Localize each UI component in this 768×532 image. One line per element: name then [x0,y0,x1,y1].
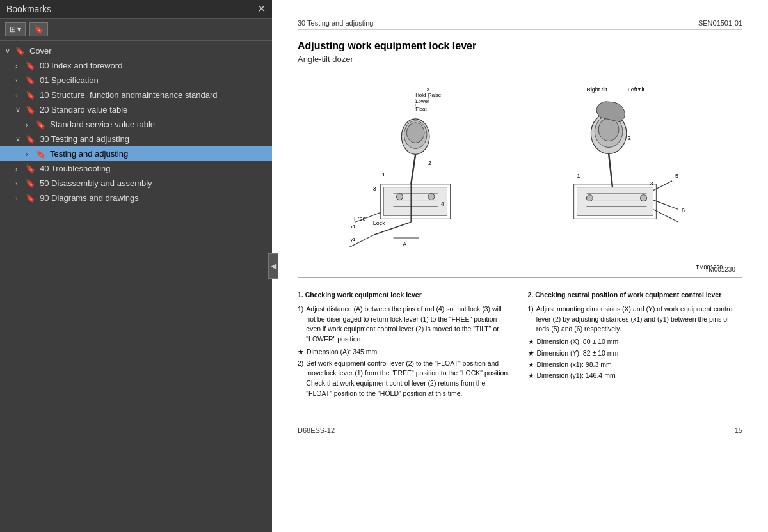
toggle-structure: › [15,91,26,99]
col2-title: 2. Checking neutral position of work equ… [528,290,743,301]
svg-text:3: 3 [373,185,376,192]
diagram-label: TM001230 [705,266,735,273]
label-standard: 20 Standard value table [40,105,127,114]
page-header: 30 Testing and adjusting SEN01501-01 [298,19,742,30]
col1-item1: 1) Adjust distance (A) between the pins … [298,304,513,345]
col2-star1: Dimension (X): 80 ± 10 mm [528,337,743,347]
toggle-standard: ∨ [15,106,26,114]
toggle-testing: ∨ [15,135,26,143]
svg-text:Lower: Lower [415,98,429,104]
tree-item-structure[interactable]: › 🔖 10 Structure, function andmaintenanc… [0,88,272,102]
label-std-service: Standard service value table [50,120,155,129]
tree-item-standard[interactable]: ∨ 🔖 20 Standard value table [0,102,272,117]
tree-item-disassembly[interactable]: › 🔖 50 Disassembly and assembly [0,176,272,191]
svg-text:2: 2 [428,160,431,166]
svg-text:4: 4 [441,201,444,208]
bookmark-icon-testing-sub: 🔖 [36,150,46,159]
col2-star1-text: Dimension (X): 80 ± 10 mm [537,337,619,347]
svg-text:1: 1 [577,173,580,179]
bookmark-icon-disassembly: 🔖 [26,179,36,188]
svg-rect-41 [577,187,653,216]
svg-point-46 [641,195,647,201]
svg-point-36 [598,118,619,141]
toggle-troubleshooting: › [15,165,26,173]
svg-text:1: 1 [382,171,385,178]
collapse-icon: ◀ [271,262,276,270]
tree-item-diagrams[interactable]: › 🔖 90 Diagrams and drawings [0,191,272,205]
svg-text:A: A [403,241,406,247]
view-button[interactable]: ⊞ ▾ [5,22,26,36]
svg-line-9 [411,154,415,184]
label-index: 00 Index and foreword [40,61,122,70]
main-content: 30 Testing and adjusting SEN01501-01 Adj… [272,0,768,532]
page-header-right: SEN01501-01 [698,19,742,27]
bookmark-icon: 🔖 [34,25,44,34]
tree-item-spec[interactable]: › 🔖 01 Specification [0,73,272,88]
label-diagrams: 90 Diagrams and drawings [40,193,139,203]
tree-item-troubleshooting[interactable]: › 🔖 40 Troubleshooting [0,161,272,176]
col2-star3: Dimension (x1): 98.3 mm [528,360,743,370]
svg-text:Hold: Hold [415,92,426,98]
label-disassembly: 50 Disassembly and assembly [40,178,152,188]
col2-star2: Dimension (Y): 82 ± 10 mm [528,348,743,359]
diagram-container: X Hold Lower Raise Float 2 [298,72,742,278]
svg-text:3: 3 [650,180,653,187]
close-button[interactable]: ✕ [257,4,266,14]
tree-item-cover[interactable]: ∨ 🔖 Cover [0,43,272,58]
col1-star1-text: Dimension (A): 345 mm [307,347,377,357]
sidebar: Bookmarks ✕ ⊞ ▾ 🔖 ∨ 🔖 Cover › 🔖 00 Index… [0,0,272,532]
bookmark-icon-structure: 🔖 [26,91,36,100]
svg-line-49 [653,209,678,222]
svg-text:y1: y1 [350,237,356,242]
svg-text:Free: Free [354,215,365,222]
svg-point-45 [586,195,593,201]
svg-text:Float: Float [415,106,427,112]
svg-point-17 [428,194,435,200]
toggle-cover: ∨ [5,47,15,55]
svg-line-48 [653,200,678,210]
label-testing-sub: Testing and adjusting [50,149,128,159]
bookmarks-tree: ∨ 🔖 Cover › 🔖 00 Index and foreword › 🔖 … [0,41,272,532]
col2-item1-text: Adjust mounting dimensions (X) and (Y) o… [536,304,742,334]
technical-diagram: X Hold Lower Raise Float 2 [298,72,742,277]
svg-rect-12 [384,187,447,216]
view-dropdown-icon: ▾ [17,25,21,34]
svg-text:Right tilt: Right tilt [586,86,607,93]
svg-text:Left tilt: Left tilt [628,86,645,93]
bookmark-button[interactable]: 🔖 [29,22,48,36]
page-footer: D68ESS-12 15 [298,421,742,434]
col2-star4: Dimension (y1): 146.4 mm [528,371,743,381]
col2-star3-text: Dimension (x1): 98.3 mm [537,360,612,370]
sidebar-header: Bookmarks ✕ [0,0,272,19]
svg-line-39 [609,153,612,187]
svg-point-16 [396,194,403,200]
label-cover: Cover [29,46,52,56]
col2-star4-text: Dimension (y1): 146.4 mm [537,371,616,381]
toggle-spec: › [15,77,26,84]
svg-text:6: 6 [682,207,685,214]
tree-item-testing[interactable]: ∨ 🔖 30 Testing and adjusting [0,132,272,146]
view-icon: ⊞ [10,25,16,34]
tree-item-testing-sub[interactable]: › 🔖 Testing and adjusting [0,146,272,161]
toggle-diagrams: › [15,194,26,202]
tree-item-std-service[interactable]: › 🔖 Standard service value table [0,117,272,132]
toolbar: ⊞ ▾ 🔖 [0,19,272,41]
svg-point-8 [406,123,424,143]
label-spec: 01 Specification [40,75,99,85]
sidebar-collapse-handle[interactable]: ◀ [268,253,278,279]
footer-right: 15 [735,426,742,434]
column-2: 2. Checking neutral position of work equ… [528,290,743,402]
tree-item-index[interactable]: › 🔖 00 Index and foreword [0,58,272,73]
footer-left: D68ESS-12 [298,426,335,434]
col2-item1: 1) Adjust mounting dimensions (X) and (Y… [528,304,743,334]
column-1: 1. Checking work equipment lock lever 1)… [298,290,513,402]
svg-text:2: 2 [628,135,631,141]
col2-item1-num: 1) [528,304,534,334]
bookmark-icon-spec: 🔖 [26,76,36,85]
toggle-std-service: › [26,121,36,129]
toggle-index: › [15,62,26,70]
col1-item2-text: Set work equipment control lever (2) to … [306,359,512,399]
svg-text:5: 5 [675,173,678,179]
page-document: 30 Testing and adjusting SEN01501-01 Adj… [272,0,768,532]
page-header-left: 30 Testing and adjusting [298,19,373,27]
